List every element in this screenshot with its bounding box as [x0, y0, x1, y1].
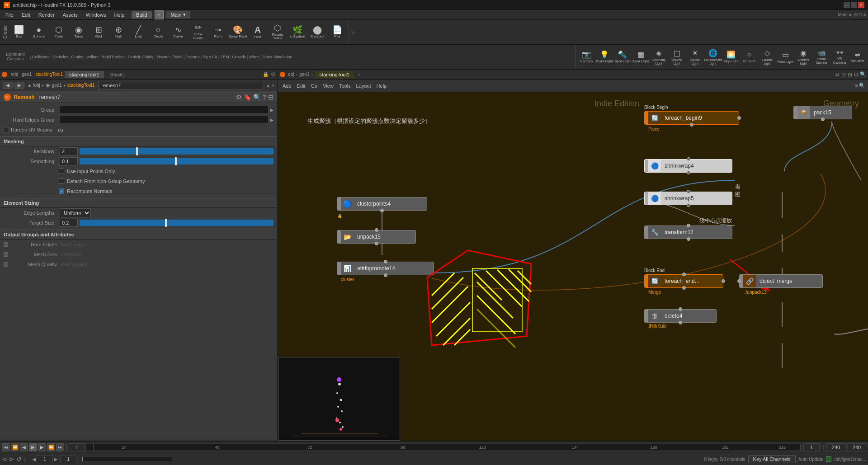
- loop-icon[interactable]: ↺: [16, 456, 22, 463]
- hard-edges-arrow-icon[interactable]: ▸: [270, 117, 274, 123]
- tool-geometry-light[interactable]: ◈ Geometry Light: [650, 46, 667, 68]
- node-pack15[interactable]: 📦 pack15: [793, 106, 852, 119]
- layout-menu-button[interactable]: Layout: [354, 83, 373, 89]
- tool-tube[interactable]: ⬡Tube: [49, 21, 68, 43]
- tool-circle[interactable]: ○Circle: [149, 21, 168, 43]
- tool-null[interactable]: ⊕Null: [109, 21, 128, 43]
- use-input-points-checkbox[interactable]: [59, 169, 64, 174]
- maximize-graph-icon[interactable]: ⊡: [854, 71, 858, 77]
- node-clusterpoints4[interactable]: 🔵 clusterpoints4 🔒: [337, 197, 427, 211]
- tool-sphere[interactable]: ●Sphere: [29, 21, 48, 43]
- goto-start-button[interactable]: ⏮: [2, 443, 10, 451]
- tool-curve[interactable]: ∿Curve: [169, 21, 188, 43]
- toolbar-more-icon[interactable]: »: [349, 28, 357, 37]
- build-button[interactable]: Build: [132, 11, 151, 19]
- graph-layout-icon[interactable]: ≡: [855, 83, 858, 89]
- nav-up-icon[interactable]: ▲: [266, 83, 271, 88]
- smoothing-input[interactable]: [60, 157, 78, 165]
- tool-sky-light[interactable]: 🌅 Sky Light: [722, 46, 740, 68]
- iterations-slider[interactable]: [80, 148, 274, 155]
- tool-file[interactable]: 📄File: [328, 21, 347, 43]
- window-controls[interactable]: — □ ✕: [844, 2, 864, 8]
- help-icon[interactable]: ?: [263, 94, 266, 101]
- help-menu-button[interactable]: Help: [375, 83, 389, 89]
- detach-checkbox[interactable]: [59, 178, 64, 184]
- tool-storm-camera[interactable]: 📹 Storm Camera: [813, 46, 830, 68]
- tool-box[interactable]: ⬜Box: [9, 21, 28, 43]
- tool-torus[interactable]: ◉Torus: [69, 21, 88, 43]
- view-menu-button[interactable]: View: [321, 83, 335, 89]
- maximize-button[interactable]: □: [851, 2, 857, 8]
- recompute-normals-checkbox[interactable]: ✓: [59, 188, 64, 194]
- tool-spray-paint[interactable]: 🎨Spray Paint: [228, 21, 247, 43]
- edit-menu-button[interactable]: Edit: [295, 83, 307, 89]
- rewind-icon[interactable]: ⊲: [2, 456, 7, 463]
- node-shrinkwrap5[interactable]: 🔵 shrinkwrap5 看图: [644, 192, 732, 205]
- tool-point-light[interactable]: 💡 Point Light: [596, 46, 613, 68]
- goto-end-button[interactable]: ⏭: [56, 443, 64, 451]
- node-object-merge[interactable]: 🔗 object_merge ../unpack13: [739, 274, 823, 288]
- tool-distant-light[interactable]: ☀ Distant Light: [686, 46, 703, 68]
- play-forward-button[interactable]: ▶: [38, 443, 46, 451]
- tool-line[interactable]: ╱Line: [129, 21, 148, 43]
- tool-draw-curve[interactable]: ✏Draw Curve: [189, 21, 208, 43]
- step-back-button[interactable]: ⏪: [11, 443, 19, 451]
- next-frame-icon[interactable]: ▶: [54, 456, 57, 462]
- menu-assets[interactable]: Assets: [59, 11, 81, 19]
- panel-settings-icon[interactable]: ⚙: [271, 71, 275, 77]
- tool-area-light[interactable]: ▦ Area Light: [632, 46, 649, 68]
- sub-frame-input[interactable]: [60, 455, 76, 463]
- tool-camera[interactable]: 📷 Camera: [578, 46, 595, 68]
- tool-ambient-light[interactable]: ◉ Ambient Light: [795, 46, 812, 68]
- frame-end-input1[interactable]: [826, 443, 845, 451]
- node-unpack15[interactable]: 📂 unpack15: [337, 230, 416, 244]
- tool-spot-light[interactable]: 🔦 Spot Light: [614, 46, 631, 68]
- settings-icon[interactable]: ⚙: [236, 94, 242, 101]
- tool-switcher[interactable]: ⇌ Switcher: [849, 46, 866, 68]
- audio-icon[interactable]: ♪: [24, 456, 27, 463]
- minimize-button[interactable]: —: [844, 2, 850, 8]
- current-frame-input[interactable]: [37, 455, 53, 463]
- key-all-channels-button[interactable]: Key All Channels: [748, 455, 796, 463]
- go-menu-button[interactable]: Go: [309, 83, 320, 89]
- tab-stacking-tool[interactable]: stackingTool1: [65, 71, 104, 78]
- tool-environment-light[interactable]: 🌐 Environment Light: [704, 46, 722, 68]
- bookmark-icon[interactable]: 🔖: [244, 94, 251, 101]
- hard-edges-group-input[interactable]: [60, 116, 269, 124]
- tool-caustic-light[interactable]: ◇ Caustic Light: [759, 46, 776, 68]
- harden-uv-checkbox[interactable]: [4, 127, 9, 132]
- split-h-icon[interactable]: ⧉: [835, 71, 840, 78]
- tool-gi-light[interactable]: ○ GI Light: [741, 46, 758, 68]
- menu-help[interactable]: Help: [110, 11, 128, 19]
- menu-file[interactable]: File: [2, 11, 17, 19]
- layout-icon[interactable]: ⊞: [848, 71, 852, 78]
- menu-render[interactable]: Render: [35, 11, 58, 19]
- close-button[interactable]: ✕: [858, 2, 864, 8]
- shelf-icon[interactable]: ≡: [155, 10, 164, 19]
- tool-metaball[interactable]: ⬤Metaball: [308, 21, 327, 43]
- add-menu-button[interactable]: Add: [281, 83, 293, 89]
- tool-volume-light[interactable]: ◫ Volume Light: [668, 46, 685, 68]
- play-button[interactable]: ▶: [29, 443, 37, 451]
- target-size-slider[interactable]: [80, 220, 274, 226]
- snap-icon[interactable]: ⊳: [9, 456, 14, 463]
- tools-menu-button[interactable]: Tools: [337, 83, 353, 89]
- split-v-icon[interactable]: ⊟: [841, 71, 846, 78]
- timeline-bar[interactable]: 24 48 72 96 120 144 168 192 216: [86, 444, 801, 451]
- tab-stack1[interactable]: Stack1: [106, 71, 130, 78]
- tool-path[interactable]: ⊸Path: [208, 21, 227, 43]
- step-forward-button[interactable]: ⏩: [47, 443, 55, 451]
- add-tab-button[interactable]: +: [355, 71, 363, 78]
- collapse-icon[interactable]: ⊟: [268, 94, 274, 101]
- graph-zoom-icon[interactable]: 🔍: [859, 83, 865, 89]
- node-transform12[interactable]: 🔧 transform12 绕中心点缩放: [644, 225, 732, 239]
- tool-lsystem[interactable]: 🌿L-System: [288, 21, 307, 43]
- tool-vr-camera[interactable]: 👓 VR Camera: [831, 46, 848, 68]
- frame-start-input[interactable]: [69, 443, 85, 451]
- menu-edit[interactable]: Edit: [18, 11, 34, 19]
- nav-back-button[interactable]: ◀: [3, 82, 13, 89]
- tool-grid[interactable]: ⊞Grid: [89, 21, 108, 43]
- node-canvas[interactable]: Indie Edition Geometry 生成聚簇（根据设定的聚簇点数决定聚…: [278, 92, 868, 441]
- tool-portal-light[interactable]: ▭ Portal Light: [777, 46, 794, 68]
- remesh-path-display[interactable]: remesh7: [98, 81, 262, 90]
